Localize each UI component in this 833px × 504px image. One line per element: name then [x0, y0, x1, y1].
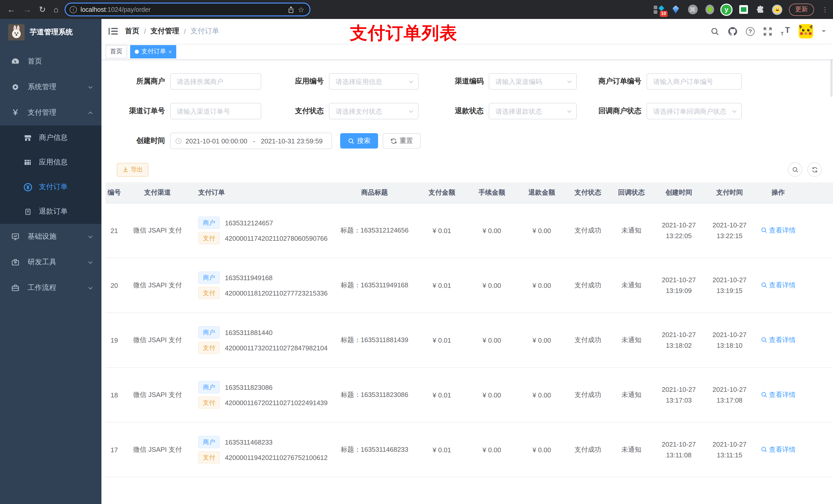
- filter-label: 支付状态: [261, 106, 329, 116]
- user-avatar[interactable]: [799, 24, 813, 39]
- merchant-order-no: 1635311468233: [225, 438, 272, 446]
- sidebar-item-home[interactable]: 首页: [0, 49, 101, 74]
- fullscreen-icon[interactable]: [763, 27, 772, 35]
- top-navbar: 首页 / 支付管理 / 支付订单 支付订单列表: [101, 19, 833, 44]
- sidebar-item-app-info[interactable]: 应用信息: [0, 150, 101, 175]
- filter-label: 商户订单编号: [577, 77, 646, 86]
- browser-reload-icon[interactable]: ↻: [39, 5, 46, 14]
- sidebar-item-system[interactable]: 系统管理: [0, 74, 101, 100]
- table-header: 编号 支付渠道 支付订单 商品标题 支付金额 手续金额 退款金额 支付状态 回调…: [105, 182, 833, 203]
- chat-extension-icon[interactable]: [738, 4, 748, 15]
- help-icon[interactable]: ?: [746, 27, 755, 35]
- cell-fee: ¥ 0.00: [466, 226, 518, 234]
- view-detail-link[interactable]: 查看详情: [761, 335, 795, 345]
- merchant-order-no: 1635311881440: [225, 329, 272, 336]
- pay-order-no: 4200001173202110272847982104: [225, 344, 328, 352]
- merchant-tag: 商户: [198, 381, 220, 393]
- filter-label: 回调商户状态: [577, 106, 646, 116]
- col-amount: 支付金额: [418, 188, 466, 197]
- cell-channel: 微信 JSAPI 支付: [123, 335, 192, 345]
- cell-id: 20: [105, 282, 123, 289]
- url-host: localhost: [80, 6, 106, 13]
- search-icon[interactable]: [711, 27, 719, 35]
- sidebar-item-refund-order[interactable]: 退款订单: [0, 199, 101, 224]
- gear-icon: [10, 83, 21, 91]
- cell-channel: 微信 JSAPI 支付: [123, 281, 192, 290]
- refund-status-select[interactable]: [489, 103, 577, 119]
- channel-order-no-input[interactable]: [170, 103, 261, 119]
- cell-title: 标题：1635311823086: [331, 390, 418, 400]
- extension-badge-icon[interactable]: 10: [654, 4, 664, 15]
- sidebar-item-dev-tools[interactable]: 研发工具: [0, 249, 101, 275]
- cell-pay-time: 2021-10-2713:18:10: [705, 329, 755, 351]
- sidebar-item-merchant-info[interactable]: 商户信息: [0, 125, 101, 150]
- merchant-order-no: 1635311823086: [225, 383, 272, 391]
- address-bar[interactable]: i localhost:1024/pay/order ☆: [65, 3, 310, 16]
- reset-button[interactable]: 重置: [383, 133, 421, 148]
- merchant-order-no-input[interactable]: [646, 73, 742, 90]
- view-detail-link[interactable]: 查看详情: [761, 281, 795, 290]
- chrome-update-button[interactable]: 更新: [789, 3, 814, 16]
- site-info-icon[interactable]: i: [70, 6, 77, 13]
- sidebar-item-infrastructure[interactable]: 基础设施: [0, 224, 101, 249]
- sidebar-item-label: 应用信息: [39, 158, 68, 167]
- create-time-range-input[interactable]: 2021-10-01 00:00:00 - 2021-10-31 23:59:5…: [170, 133, 332, 149]
- smiley-extension-icon[interactable]: [772, 4, 782, 15]
- merchant-tag: 商户: [198, 271, 220, 284]
- chevron-down-icon: [88, 285, 93, 291]
- github-icon[interactable]: [728, 27, 737, 36]
- pay-tag: 支付: [198, 287, 220, 299]
- breadcrumb-home[interactable]: 首页: [125, 27, 139, 36]
- sidebar-item-label: 支付管理: [28, 108, 56, 117]
- breadcrumb-payment[interactable]: 支付管理: [151, 27, 179, 36]
- share-icon[interactable]: [287, 6, 294, 13]
- pay-status-select[interactable]: [329, 103, 419, 119]
- cell-create-time: 2021-10-2713:18:02: [653, 329, 705, 351]
- view-detail-link[interactable]: 查看详情: [761, 226, 795, 235]
- merchant-tag: 商户: [198, 326, 220, 339]
- merchant-select[interactable]: [170, 73, 261, 90]
- filter-label: 渠道订单号: [101, 106, 170, 116]
- browser-forward-icon[interactable]: →: [23, 5, 31, 14]
- cell-title: 标题：1635311881439: [331, 335, 418, 345]
- yen-icon: ¥: [10, 107, 21, 118]
- tag-pay-order[interactable]: 支付订单 ×: [130, 45, 176, 58]
- chevron-down-icon: [88, 259, 93, 265]
- browser-home-icon[interactable]: ⌂: [53, 5, 58, 14]
- view-detail-link[interactable]: 查看详情: [761, 390, 795, 400]
- export-button[interactable]: 导出: [117, 163, 148, 176]
- channel-code-select[interactable]: [489, 73, 577, 90]
- view-detail-link[interactable]: 查看详情: [761, 445, 795, 454]
- pay-tag: 支付: [198, 342, 220, 354]
- sidebar-item-workflow[interactable]: 工作流程: [0, 275, 101, 301]
- dot-extension-icon[interactable]: [705, 4, 715, 15]
- avatar-caret-icon[interactable]: [822, 30, 826, 34]
- date-start: 2021-10-01 00:00:00: [186, 137, 247, 145]
- y-extension-icon[interactable]: y: [721, 4, 732, 15]
- yen-circle-icon: [23, 183, 33, 191]
- font-size-icon[interactable]: TT: [781, 27, 790, 36]
- tag-home[interactable]: 首页: [105, 45, 127, 58]
- close-tag-icon[interactable]: ×: [169, 48, 172, 54]
- merchant-order-no: 1635312124657: [225, 219, 273, 226]
- browser-menu-icon[interactable]: ⋮: [822, 6, 828, 13]
- puzzle-extension-icon[interactable]: [755, 4, 765, 15]
- table-refresh-button[interactable]: [807, 162, 822, 177]
- pay-order-no: 4200001167202110271022491439: [225, 399, 328, 406]
- col-title: 商品标题: [331, 188, 418, 197]
- table-search-toggle-button[interactable]: [788, 162, 802, 177]
- gem-extension-icon[interactable]: [671, 4, 681, 15]
- sidebar-item-pay-order[interactable]: 支付订单: [0, 175, 101, 199]
- hamburger-icon[interactable]: [101, 27, 125, 35]
- search-button[interactable]: 搜索: [340, 133, 378, 148]
- cell-create-time: 2021-10-2713:19:09: [653, 274, 705, 296]
- table-body: 21 微信 JSAPI 支付 商户 1635312124657 支付 42000…: [105, 203, 833, 504]
- browser-back-icon[interactable]: ←: [7, 5, 15, 14]
- breadcrumb-current: 支付订单: [191, 27, 219, 36]
- bookmark-star-icon[interactable]: ☆: [298, 5, 304, 14]
- sidebar-item-payment[interactable]: ¥ 支付管理: [0, 100, 101, 125]
- app-select[interactable]: [329, 73, 419, 90]
- callback-status-select[interactable]: [646, 103, 742, 119]
- command-extension-icon[interactable]: ⌘: [688, 4, 698, 15]
- dashboard-icon: [10, 57, 21, 66]
